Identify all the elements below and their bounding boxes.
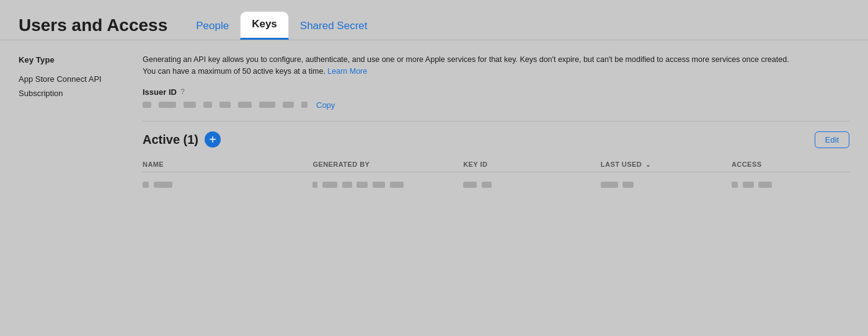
active-title-text: Active (1) (143, 133, 198, 147)
section-divider (143, 121, 849, 122)
learn-more-link[interactable]: Learn More (327, 67, 367, 76)
sidebar-item-subscription[interactable]: Subscription (19, 86, 118, 100)
table-body (143, 172, 849, 195)
cell-last-used (601, 172, 732, 195)
issuer-help-icon[interactable]: ? (180, 87, 185, 96)
sidebar-item-app-store-connect-api[interactable]: App Store Connect API (19, 72, 118, 86)
tab-people[interactable]: People (185, 14, 240, 40)
sort-arrow-icon: ⌄ (645, 161, 650, 168)
cell-key-id (463, 172, 601, 195)
issuer-label: Issuer ID ? (143, 87, 849, 97)
issuer-id-value (143, 102, 308, 108)
header: Users and Access People Keys Shared Secr… (0, 0, 868, 40)
col-header-access: ACCESS (732, 157, 849, 172)
issuer-section: Issuer ID ? (143, 87, 849, 110)
copy-button[interactable]: Copy (316, 100, 335, 110)
tab-shared-secret[interactable]: Shared Secret (289, 14, 379, 40)
col-header-last-used[interactable]: LAST USED ⌄ (601, 157, 732, 172)
table-header: NAME GENERATED BY KEY ID LAST USED ⌄ ACC… (143, 157, 849, 172)
edit-button[interactable]: Edit (815, 131, 849, 148)
page-wrapper: Users and Access People Keys Shared Secr… (0, 0, 868, 336)
sidebar-section-title: Key Type (19, 55, 118, 64)
cell-generated-by (312, 172, 463, 195)
main-content: Generating an API key allows you to conf… (130, 40, 868, 208)
col-header-generated-by: GENERATED BY (312, 157, 463, 172)
page-title: Users and Access (19, 15, 167, 35)
content-area: Key Type App Store Connect API Subscript… (0, 40, 868, 208)
description-text: Generating an API key allows you to conf… (143, 54, 794, 77)
add-key-button[interactable]: + (205, 131, 221, 148)
active-header: Active (1) + Edit (143, 131, 849, 148)
tab-nav: People Keys Shared Secret (185, 11, 378, 40)
tab-keys[interactable]: Keys (240, 11, 289, 40)
col-header-key-id: KEY ID (463, 157, 601, 172)
cell-name (143, 172, 312, 195)
keys-table: NAME GENERATED BY KEY ID LAST USED ⌄ ACC… (143, 157, 849, 195)
table-row (143, 172, 849, 195)
cell-access (732, 172, 849, 195)
active-title: Active (1) + (143, 131, 221, 148)
sidebar: Key Type App Store Connect API Subscript… (0, 40, 130, 208)
col-header-name: NAME (143, 157, 312, 172)
issuer-row: Copy (143, 100, 849, 110)
